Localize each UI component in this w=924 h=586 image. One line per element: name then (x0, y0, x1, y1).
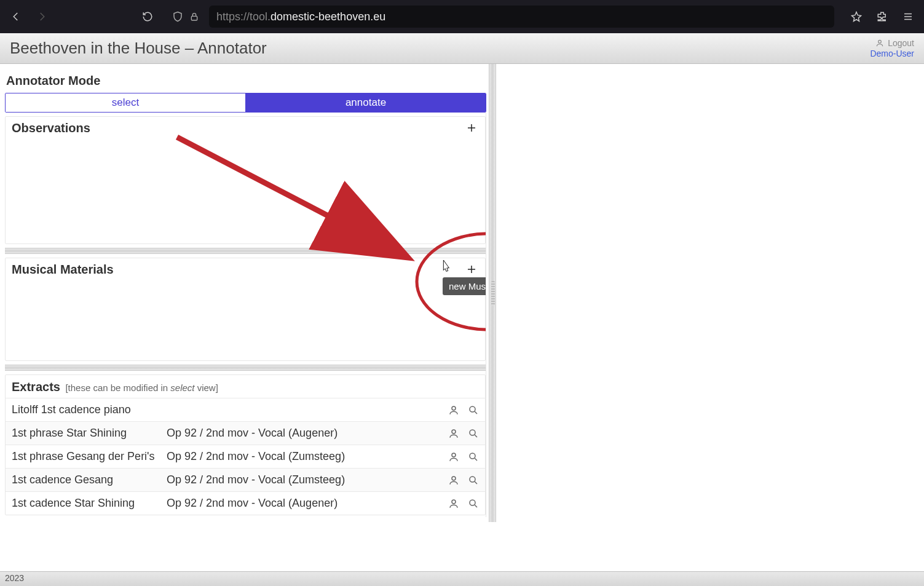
magnifier-icon[interactable] (467, 473, 480, 487)
shield-icon (172, 11, 183, 22)
plus-icon (466, 264, 477, 275)
extract-name: Litolff 1st cadence piano (12, 403, 167, 416)
magnifier-icon[interactable] (467, 497, 480, 510)
extracts-title: Extracts (12, 380, 60, 394)
person-icon[interactable] (447, 450, 460, 464)
extract-row[interactable]: 1st cadence Star ShiningOp 92 / 2nd mov … (6, 491, 485, 515)
tooltip-new-musical-material: new Musical Material (443, 277, 486, 295)
svg-point-8 (452, 477, 456, 480)
extract-source: Op 92 / 2nd mov - Vocal (Zumsteeg) (167, 450, 447, 463)
extract-name: 1st cadence Star Shining (12, 497, 167, 510)
reload-button[interactable] (138, 7, 157, 26)
tab-annotate[interactable]: annotate (246, 93, 486, 112)
magnifier-icon[interactable] (467, 403, 480, 417)
svg-point-3 (470, 406, 475, 412)
svg-point-1 (879, 41, 882, 44)
content-split: Annotator Mode select annotate Observati… (0, 64, 924, 522)
svg-point-6 (452, 453, 456, 457)
svg-rect-0 (191, 16, 197, 20)
svg-point-9 (470, 477, 475, 482)
browser-toolbar: https://tool.domestic-beethoven.eu (0, 0, 924, 33)
person-icon[interactable] (447, 497, 460, 510)
person-icon (875, 39, 884, 47)
magnifier-icon[interactable] (467, 427, 480, 440)
person-icon[interactable] (447, 473, 460, 487)
extract-row[interactable]: 1st phrase Star ShiningOp 92 / 2nd mov -… (6, 421, 485, 445)
user-block: Logout Demo-User (870, 38, 914, 58)
extract-source: Op 92 / 2nd mov - Vocal (Augener) (167, 497, 447, 510)
right-pane (496, 64, 924, 522)
svg-point-11 (470, 500, 475, 505)
svg-point-10 (452, 500, 456, 504)
footer: 2023 (0, 571, 924, 586)
mode-tabs: select annotate (5, 93, 486, 113)
extract-row[interactable]: 1st cadence GesangOp 92 / 2nd mov - Voca… (6, 468, 485, 491)
footer-year: 2023 (5, 573, 24, 583)
security-indicators (172, 11, 199, 22)
url-prefix: https://tool. (216, 10, 270, 23)
horizontal-splitter-2[interactable] (5, 365, 486, 371)
logout-label: Logout (888, 38, 914, 48)
bookmark-button[interactable] (847, 7, 866, 26)
extract-source: Op 92 / 2nd mov - Vocal (Augener) (167, 427, 447, 440)
svg-point-7 (470, 453, 475, 459)
username-label: Demo-User (870, 49, 914, 58)
forward-button[interactable] (32, 7, 52, 26)
musical-materials-section: Musical Materials (5, 258, 486, 361)
extract-row[interactable]: 1st phrase Gesang der Peri'sOp 92 / 2nd … (6, 445, 485, 468)
svg-point-4 (452, 430, 456, 434)
extract-name: 1st phrase Star Shining (12, 427, 167, 440)
menu-button[interactable] (898, 7, 918, 26)
vertical-splitter[interactable] (489, 64, 496, 522)
left-scroll-region: Observations Musical Materials (5, 113, 486, 517)
app-header: Beethoven in the House – Annotator Logou… (0, 33, 924, 64)
app-title: Beethoven in the House – Annotator (10, 39, 267, 58)
tab-select[interactable]: select (6, 93, 246, 112)
extensions-button[interactable] (872, 7, 892, 26)
observations-section: Observations (5, 116, 486, 244)
pointer-cursor-icon (439, 259, 452, 275)
extracts-list: Litolff 1st cadence piano1st phrase Star… (6, 398, 485, 515)
logout-link[interactable]: Logout (870, 38, 914, 48)
person-icon[interactable] (447, 403, 460, 417)
extract-row[interactable]: Litolff 1st cadence piano (6, 398, 485, 421)
extract-name: 1st phrase Gesang der Peri's (12, 450, 167, 463)
svg-point-5 (470, 430, 475, 435)
svg-point-2 (452, 406, 456, 410)
observations-title: Observations (12, 121, 90, 135)
plus-icon (466, 122, 477, 133)
add-observation-button[interactable] (464, 121, 479, 135)
extract-name: 1st cadence Gesang (12, 473, 167, 486)
extracts-section: Extracts [these can be modified in selec… (5, 374, 486, 515)
left-pane: Annotator Mode select annotate Observati… (0, 64, 489, 522)
horizontal-splitter-1[interactable] (5, 248, 486, 254)
lock-icon (189, 12, 199, 22)
musical-materials-title: Musical Materials (12, 263, 114, 277)
extract-source: Op 92 / 2nd mov - Vocal (Zumsteeg) (167, 473, 447, 486)
magnifier-icon[interactable] (467, 450, 480, 464)
url-domain: domestic-beethoven.eu (270, 10, 385, 23)
extracts-hint: [these can be modified in select view] (65, 382, 218, 393)
url-bar[interactable]: https://tool.domestic-beethoven.eu (209, 6, 834, 28)
mode-label: Annotator Mode (6, 74, 485, 88)
add-musical-material-button[interactable] (464, 262, 479, 277)
back-button[interactable] (6, 7, 26, 26)
person-icon[interactable] (447, 427, 460, 440)
